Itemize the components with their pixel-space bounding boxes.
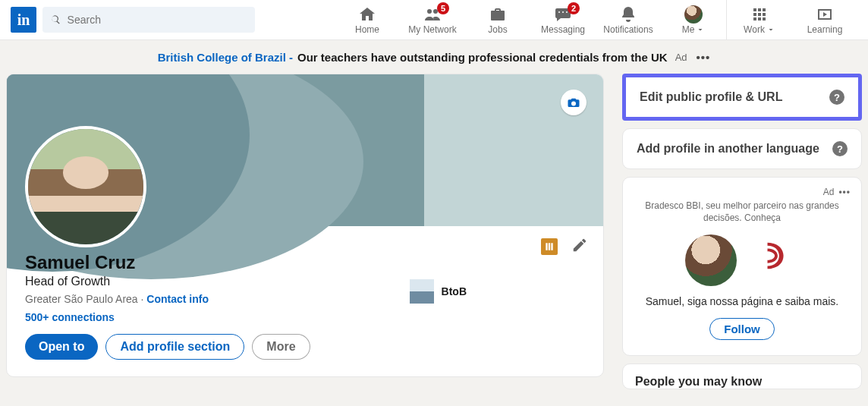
ad-brand-logo [753, 234, 799, 280]
nav-work[interactable]: Work [727, 0, 792, 39]
company-name: BtoB [442, 285, 467, 297]
messaging-badge: 2 [568, 2, 580, 14]
profile-name: Samuel Cruz [25, 252, 585, 273]
help-icon[interactable]: ? [832, 141, 848, 156]
open-to-button[interactable]: Open to [25, 334, 98, 360]
profile-location-row: Greater São Paulo Area · Contact info [25, 293, 585, 305]
nav-home[interactable]: Home [335, 0, 400, 39]
contact-info-link[interactable]: Contact info [146, 293, 209, 305]
briefcase-icon [489, 5, 507, 24]
search-input[interactable] [68, 14, 247, 26]
current-company[interactable]: BtoB [410, 279, 467, 304]
learning-icon [816, 5, 834, 24]
company-logo-icon [410, 279, 434, 304]
help-icon[interactable]: ? [829, 90, 844, 105]
edit-cover-button[interactable] [561, 90, 587, 115]
bell-icon [619, 5, 637, 24]
edit-public-profile-label: Edit public profile & URL [640, 90, 782, 104]
add-language-card[interactable]: Add profile in another language ? [622, 128, 862, 169]
add-section-button[interactable]: Add profile section [105, 334, 244, 360]
nav-jobs[interactable]: Jobs [465, 0, 530, 39]
edit-public-profile-card[interactable]: Edit public profile & URL ? [622, 74, 862, 121]
nav-home-label: Home [355, 24, 379, 35]
nav-messaging[interactable]: 2 Messaging [530, 0, 596, 39]
nav-messaging-label: Messaging [541, 24, 585, 35]
ad-menu-icon[interactable]: ••• [838, 187, 851, 197]
profile-actions: Open to Add profile section More [25, 334, 585, 360]
brand-icon [759, 240, 794, 275]
sidebar-ad-label: Ad [823, 187, 835, 197]
nav-notifications[interactable]: Notifications [596, 0, 661, 39]
profile-headline: Head of Growth [25, 275, 585, 288]
premium-badge-icon[interactable] [541, 238, 558, 255]
sidebar-ad-card: Ad ••• Bradesco BBI, seu melhor parceiro… [622, 177, 862, 356]
nav-learning-label: Learning [807, 24, 843, 35]
pencil-icon [571, 237, 588, 253]
cover-photo [7, 74, 603, 226]
nav-learning[interactable]: Learning [792, 0, 857, 39]
sidebar-ad-desc: Bradesco BBI, seu melhor parceiro nas gr… [634, 200, 851, 224]
search-icon [50, 14, 61, 26]
banner-menu-icon[interactable]: ••• [697, 51, 711, 64]
nav-notifications-label: Notifications [603, 24, 653, 35]
profile-card: BtoB Samuel Cruz Head of Growth Greater … [6, 74, 604, 377]
grid-icon [750, 5, 769, 24]
nav-items: Home 5 My Network Jobs 2 Messaging Notif… [335, 0, 857, 39]
banner-ad-label: Ad [675, 52, 687, 63]
caret-down-icon [696, 25, 705, 34]
banner-link[interactable]: British College of Brazil - [158, 51, 293, 64]
profile-photo[interactable] [25, 126, 146, 247]
nav-network[interactable]: 5 My Network [400, 0, 465, 39]
network-badge: 5 [437, 2, 449, 14]
nav-work-label: Work [744, 24, 775, 35]
connections-link[interactable]: 500+ connections [25, 311, 585, 323]
nav-jobs-label: Jobs [488, 24, 507, 35]
profile-location: Greater São Paulo Area [25, 293, 138, 305]
linkedin-logo[interactable]: in [11, 7, 36, 33]
top-nav: in Home 5 My Network Jobs 2 Messaging [0, 0, 868, 40]
nav-network-label: My Network [408, 24, 456, 35]
ad-avatar-icon [685, 234, 737, 286]
home-icon [358, 5, 376, 24]
nav-me-label: Me [682, 24, 706, 35]
banner-text: Our teachers have outstanding profession… [297, 51, 668, 64]
follow-button[interactable]: Follow [709, 318, 775, 340]
people-title: People you may know [635, 375, 762, 388]
nav-me[interactable]: Me [661, 0, 726, 39]
search-box[interactable] [42, 7, 255, 33]
people-you-may-know-card: People you may know [622, 364, 862, 389]
camera-icon [567, 96, 580, 109]
edit-profile-button[interactable] [571, 237, 588, 257]
sidebar-ad-message: Samuel, siga nossa página e saiba mais. [634, 295, 851, 307]
promoted-banner: British College of Brazil - Our teachers… [0, 40, 868, 74]
avatar-icon [684, 5, 703, 24]
caret-down-icon [766, 25, 775, 34]
add-language-label: Add profile in another language [637, 142, 819, 156]
more-button[interactable]: More [252, 334, 310, 360]
right-sidebar: Edit public profile & URL ? Add profile … [622, 74, 862, 389]
